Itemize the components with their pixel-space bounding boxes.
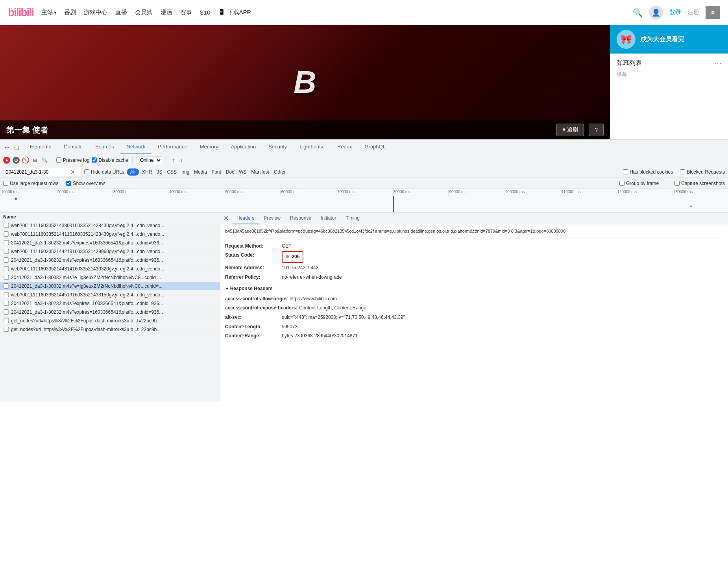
- cursor-icon[interactable]: ⊹: [3, 143, 11, 151]
- inspector-icon[interactable]: ▢: [13, 143, 20, 151]
- search-icon[interactable]: 🔍: [633, 8, 643, 17]
- filter-type-css[interactable]: CSS: [165, 169, 178, 175]
- table-row[interactable]: web?001111160335214421316033521429960gv,…: [0, 247, 220, 256]
- row-checkbox[interactable]: [3, 231, 9, 237]
- capture-screenshots-checkbox[interactable]: Capture screenshots: [674, 181, 725, 186]
- stop-button[interactable]: ⊘: [13, 157, 20, 164]
- follow-button[interactable]: ♥ 追剧: [556, 124, 584, 136]
- row-checkbox[interactable]: [3, 223, 9, 228]
- capture-screenshots-input[interactable]: [674, 181, 680, 186]
- preserve-log-input[interactable]: [56, 157, 61, 163]
- table-row[interactable]: 20412021_da3-1-30232.m4s?expires=1603366…: [0, 308, 220, 316]
- tab-application[interactable]: Application: [225, 140, 262, 154]
- tab-lighthouse[interactable]: Lighthouse: [293, 140, 331, 154]
- clear-button[interactable]: 🚫: [22, 157, 29, 164]
- tab-sources[interactable]: Sources: [89, 140, 120, 154]
- row-checkbox[interactable]: [3, 266, 9, 271]
- blocked-requests-input[interactable]: [680, 169, 685, 174]
- nav-app[interactable]: 📱 下载APP: [218, 9, 251, 16]
- preserve-log-checkbox[interactable]: Preserve log: [56, 157, 89, 163]
- tab-redux[interactable]: Redux: [331, 140, 358, 154]
- table-row[interactable]: web?001111160335214451916033521433150gv,…: [0, 290, 220, 299]
- detail-tab-headers[interactable]: Headers: [232, 213, 259, 224]
- show-overview-checkbox[interactable]: Show overview: [66, 181, 105, 186]
- table-row[interactable]: web?001111160335214380316033521428430gv,…: [0, 221, 220, 230]
- table-row[interactable]: 20412021_da3-1-30232.m4s?expires=1603366…: [0, 239, 220, 247]
- devtools-timeline[interactable]: 10000 ms 20000 ms 30000 ms 40000 ms 5000…: [0, 189, 728, 213]
- filter-type-xhr[interactable]: XHR: [140, 169, 153, 175]
- row-checkbox[interactable]: [3, 301, 9, 306]
- blocked-requests-checkbox[interactable]: Blocked Requests: [680, 169, 725, 175]
- filter-button[interactable]: ⊟: [31, 157, 39, 164]
- filter-type-other[interactable]: Other: [272, 169, 287, 175]
- group-by-frame-input[interactable]: [619, 181, 625, 186]
- import-button[interactable]: ↑: [172, 157, 175, 163]
- table-row[interactable]: 20412021_da3-1-30232.m4s?expires=1603366…: [0, 299, 220, 308]
- table-row[interactable]: web?001111160335214411016033521428430gv,…: [0, 230, 220, 239]
- tab-network[interactable]: Network: [120, 140, 152, 154]
- nav-s10[interactable]: S10: [200, 9, 211, 16]
- row-checkbox[interactable]: [3, 240, 9, 245]
- filter-type-js[interactable]: JS: [155, 169, 164, 175]
- detail-close-button[interactable]: ✕: [224, 215, 229, 222]
- row-checkbox[interactable]: [3, 257, 9, 263]
- row-checkbox[interactable]: [3, 283, 9, 289]
- nav-vip-shop[interactable]: 会员购: [135, 9, 153, 16]
- nav-main-site[interactable]: 主站: [41, 9, 56, 16]
- qa-button[interactable]: ?: [589, 124, 604, 136]
- nav-anime[interactable]: 番剧: [64, 9, 76, 16]
- login-button[interactable]: 登录: [669, 9, 681, 16]
- show-overview-input[interactable]: [66, 181, 71, 186]
- detail-tab-timing[interactable]: Timing: [341, 213, 364, 224]
- tab-graphql[interactable]: GraphQL: [358, 140, 392, 154]
- table-row[interactable]: 20412021_da3-1-30032.m4s?e=ig8euxZM2rNcN…: [0, 282, 220, 290]
- tab-memory[interactable]: Memory: [194, 140, 225, 154]
- hide-data-urls-checkbox[interactable]: Hide data URLs: [84, 169, 124, 175]
- has-blocked-cookies-checkbox[interactable]: Has blocked cookies: [623, 169, 673, 175]
- group-by-frame-checkbox[interactable]: Group by frame: [619, 181, 659, 186]
- large-rows-checkbox[interactable]: Use large request rows: [3, 181, 58, 186]
- bilibili-logo[interactable]: bilibili: [8, 6, 33, 19]
- detail-tab-response[interactable]: Response: [285, 213, 316, 224]
- row-checkbox[interactable]: [3, 327, 9, 332]
- table-row[interactable]: 20412021_da3-1-30032.m4s?e=ig8euxZM2rNcN…: [0, 273, 220, 282]
- filter-type-font[interactable]: Font: [210, 169, 223, 175]
- filter-type-manifest[interactable]: Manifest: [250, 169, 271, 175]
- row-checkbox[interactable]: [3, 318, 9, 323]
- tab-performance[interactable]: Performance: [152, 140, 193, 154]
- export-button[interactable]: ↓: [180, 157, 183, 163]
- row-checkbox[interactable]: [3, 249, 9, 254]
- member-banner[interactable]: 🎀 成为大会员看完: [610, 25, 728, 54]
- user-avatar[interactable]: 👤: [649, 6, 663, 20]
- filter-type-media[interactable]: Media: [192, 169, 209, 175]
- filter-type-doc[interactable]: Doc: [224, 169, 236, 175]
- disable-cache-input[interactable]: [92, 157, 97, 163]
- table-row[interactable]: get_nodes?url=https%3A%2F%2Fupos-dash-mi…: [0, 316, 220, 325]
- has-blocked-cookies-input[interactable]: [623, 169, 628, 174]
- filter-input[interactable]: [6, 169, 69, 175]
- tab-security[interactable]: Security: [262, 140, 293, 154]
- filter-type-all[interactable]: All: [127, 168, 139, 176]
- nav-manga[interactable]: 漫画: [161, 9, 172, 16]
- filter-clear-button[interactable]: ✕: [70, 169, 75, 175]
- nav-live[interactable]: 直播: [115, 9, 127, 16]
- table-row[interactable]: get_nodes?url=https%3A%2F%2Fupos-dash-mi…: [0, 325, 220, 334]
- search-button[interactable]: 🔍: [41, 157, 48, 164]
- row-checkbox[interactable]: [3, 292, 9, 297]
- large-rows-input[interactable]: [3, 181, 8, 186]
- detail-tab-initiator[interactable]: Initiator: [316, 213, 341, 224]
- row-checkbox[interactable]: [3, 275, 9, 280]
- extra-button[interactable]: ≡: [706, 6, 720, 19]
- disable-cache-checkbox[interactable]: Disable cache: [92, 157, 128, 163]
- register-button[interactable]: 注册: [687, 9, 699, 16]
- table-row[interactable]: web?001111160335214431416033521430320gv,…: [0, 265, 220, 273]
- nav-game[interactable]: 游戏中心: [84, 9, 107, 16]
- detail-tab-preview[interactable]: Preview: [259, 213, 285, 224]
- tab-console[interactable]: Console: [57, 140, 89, 154]
- filter-type-img[interactable]: Img: [180, 169, 191, 175]
- record-button[interactable]: ●: [3, 157, 10, 164]
- nav-esports[interactable]: 赛事: [180, 9, 192, 16]
- danmu-menu[interactable]: ⋯: [714, 58, 722, 68]
- throttle-select[interactable]: Online: [137, 156, 162, 164]
- filter-type-ws[interactable]: WS: [237, 169, 248, 175]
